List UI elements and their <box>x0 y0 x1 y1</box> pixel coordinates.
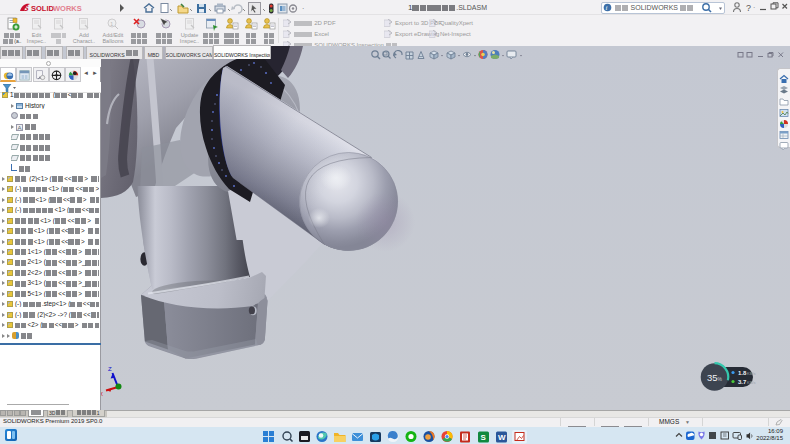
svg-text:KB/s: KB/s <box>747 380 755 385</box>
svg-text:3.7: 3.7 <box>738 379 747 385</box>
svg-text:·: · <box>753 4 755 11</box>
svg-text:S: S <box>481 433 487 442</box>
svg-text:?: ? <box>746 3 751 13</box>
svg-text:%: % <box>718 376 723 382</box>
svg-text:i: i <box>606 4 608 12</box>
svg-text:Z: Z <box>108 366 112 372</box>
svg-text:35: 35 <box>707 372 718 383</box>
svg-text:KB/s: KB/s <box>747 371 755 376</box>
svg-text:1.8: 1.8 <box>738 370 747 376</box>
svg-text:SOLID: SOLID <box>31 4 55 13</box>
svg-text:S: S <box>23 3 29 13</box>
svg-text:W: W <box>498 433 506 442</box>
svg-text:WORKS: WORKS <box>53 4 82 13</box>
